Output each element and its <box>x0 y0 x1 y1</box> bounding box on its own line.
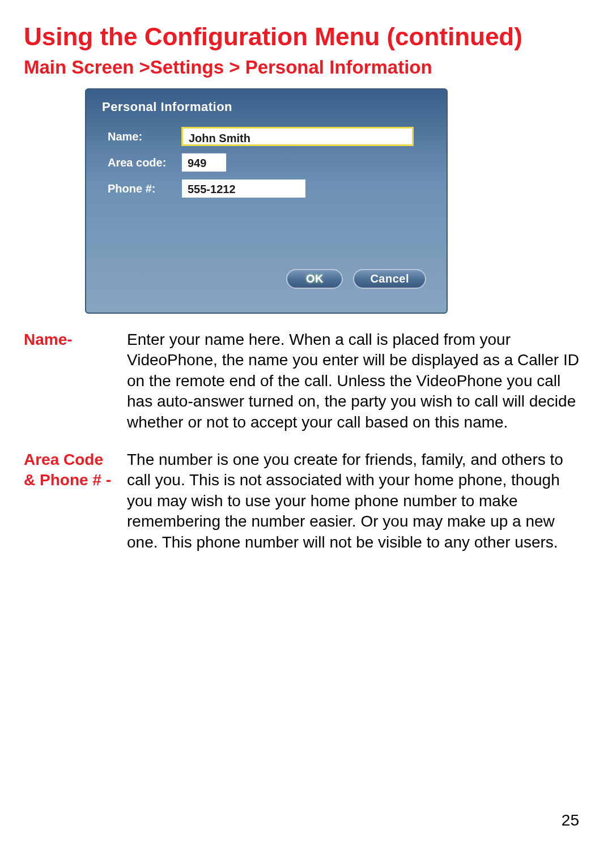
name-row: Name: John Smith <box>102 127 431 146</box>
phone-row: Phone #: 555-1212 <box>102 179 431 198</box>
personal-info-panel: Personal Information Name: John Smith Ar… <box>85 88 448 314</box>
button-row: OK Cancel <box>286 269 426 289</box>
page-number: 25 <box>562 811 579 829</box>
phone-label: Phone #: <box>102 182 181 195</box>
area-code-label: Area code: <box>102 156 181 169</box>
page-title: Using the Configuration Menu (continued) <box>24 23 588 51</box>
phone-input[interactable]: 555-1212 <box>181 179 306 198</box>
ok-button[interactable]: OK <box>286 269 343 289</box>
cancel-button[interactable]: Cancel <box>353 269 426 289</box>
text-name: Enter your name here. When a call is pla… <box>127 330 588 433</box>
name-input[interactable]: John Smith <box>181 127 414 146</box>
name-label: Name: <box>102 130 181 143</box>
panel-title: Personal Information <box>102 100 431 114</box>
area-row: Area code: 949 <box>102 153 431 172</box>
area-code-input[interactable]: 949 <box>181 153 227 172</box>
breadcrumb: Main Screen >Settings > Personal Informa… <box>24 57 588 78</box>
description-name: Name- Enter your name here. When a call … <box>24 330 588 433</box>
term-name: Name- <box>24 330 119 433</box>
description-area-phone: Area Code & Phone # - The number is one … <box>24 450 588 553</box>
term-area-phone: Area Code & Phone # - <box>24 450 119 553</box>
text-area-phone: The number is one you create for friends… <box>127 450 588 553</box>
